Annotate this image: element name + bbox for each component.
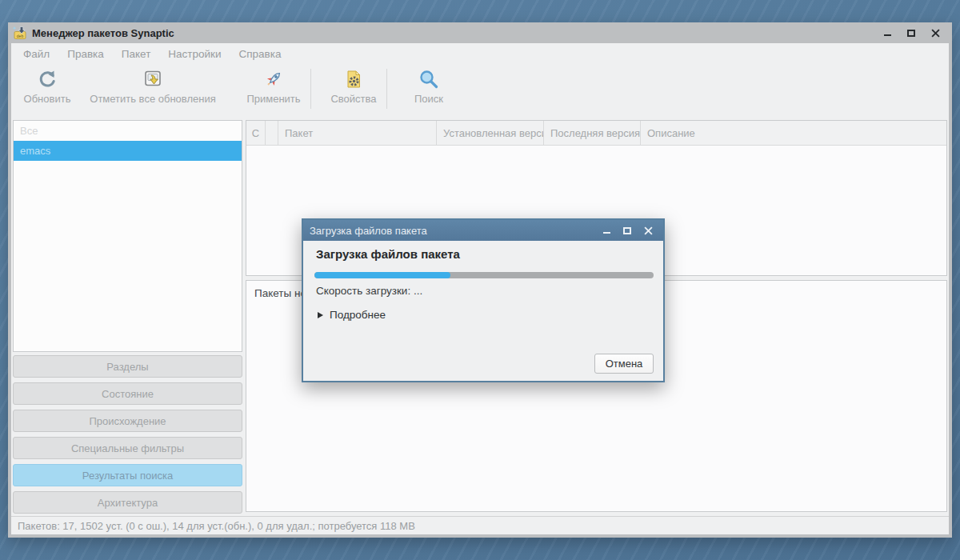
- dialog-minimize-icon[interactable]: [596, 220, 617, 241]
- search-results-button[interactable]: Результаты поиска: [13, 464, 242, 486]
- toolbar-separator: [310, 69, 311, 109]
- download-progress-bar: [314, 272, 654, 278]
- apply-button[interactable]: Применить: [240, 67, 307, 114]
- column-latest-version[interactable]: Последняя версия: [544, 121, 641, 145]
- dialog-titlebar[interactable]: Загрузка файлов пакета: [303, 220, 663, 241]
- cancel-button[interactable]: Отмена: [594, 354, 654, 374]
- window-titlebar[interactable]: deb Менеджер пакетов Synaptic: [8, 22, 952, 43]
- dialog-close-icon[interactable]: [638, 220, 658, 241]
- details-expander[interactable]: Подробнее: [318, 309, 386, 321]
- dialog-controls: [596, 220, 658, 241]
- filter-results-list: Все emacs: [13, 120, 242, 352]
- column-status-letter[interactable]: С: [246, 121, 266, 145]
- properties-icon: [343, 67, 364, 91]
- dialog-title: Загрузка файлов пакета: [310, 225, 427, 237]
- column-icon[interactable]: [266, 121, 278, 145]
- window-controls: [875, 22, 947, 43]
- list-item-emacs[interactable]: emacs: [14, 141, 242, 161]
- menu-settings[interactable]: Настройки: [159, 43, 230, 66]
- toolbar: Обновить Отметить все обновления: [11, 66, 949, 115]
- dialog-heading: Загрузка файлов пакета: [316, 247, 460, 261]
- download-speed-text: Скорость загрузки: ...: [316, 285, 422, 297]
- synaptic-app-icon: deb: [13, 26, 27, 40]
- statusbar-text: Пакетов: 17, 1502 уст. (0 с ош.), 14 для…: [11, 520, 415, 532]
- sections-button[interactable]: Разделы: [13, 355, 242, 378]
- column-description[interactable]: Описание: [641, 121, 946, 145]
- column-package[interactable]: Пакет: [278, 121, 437, 145]
- menu-package[interactable]: Пакет: [113, 43, 160, 66]
- svg-text:deb: deb: [17, 34, 24, 38]
- menu-edit[interactable]: Правка: [58, 43, 113, 66]
- statusbar: Пакетов: 17, 1502 уст. (0 с ош.), 14 для…: [11, 516, 949, 534]
- toolbar-separator: [386, 69, 387, 109]
- status-button[interactable]: Состояние: [13, 382, 242, 405]
- apply-rocket-icon: [263, 67, 284, 91]
- minimize-icon[interactable]: [875, 22, 899, 43]
- search-button[interactable]: Поиск: [400, 67, 458, 114]
- column-installed-version[interactable]: Установленная версия: [437, 121, 544, 145]
- expander-label: Подробнее: [330, 309, 386, 321]
- progress-fill: [314, 272, 450, 278]
- table-header: С Пакет Установленная версия Последняя в…: [246, 121, 946, 146]
- menubar: Файл Правка Пакет Настройки Справка: [11, 43, 949, 66]
- menu-file[interactable]: Файл: [14, 43, 58, 66]
- refresh-icon: [37, 67, 58, 91]
- reload-button[interactable]: Обновить: [14, 67, 80, 114]
- expander-triangle-icon: [318, 312, 323, 318]
- origin-button[interactable]: Происхождение: [13, 410, 242, 432]
- maximize-icon[interactable]: [899, 22, 923, 43]
- download-dialog: Загрузка файлов пакета Загрузка файлов п…: [302, 218, 665, 382]
- dialog-maximize-icon[interactable]: [617, 220, 638, 241]
- window-title: Менеджер пакетов Synaptic: [32, 27, 174, 39]
- properties-button[interactable]: Свойства: [323, 67, 384, 114]
- custom-filters-button[interactable]: Специальные фильтры: [13, 437, 242, 459]
- list-item-all[interactable]: Все: [14, 121, 242, 141]
- menu-help[interactable]: Справка: [230, 43, 290, 66]
- mark-upgrades-icon: [142, 67, 163, 91]
- dialog-body: Загрузка файлов пакета Скорость загрузки…: [303, 241, 663, 381]
- close-icon[interactable]: [923, 22, 947, 43]
- mark-all-upgrades-button[interactable]: Отметить все обновления: [82, 67, 224, 114]
- architecture-button[interactable]: Архитектура: [13, 491, 242, 514]
- search-icon: [418, 67, 439, 91]
